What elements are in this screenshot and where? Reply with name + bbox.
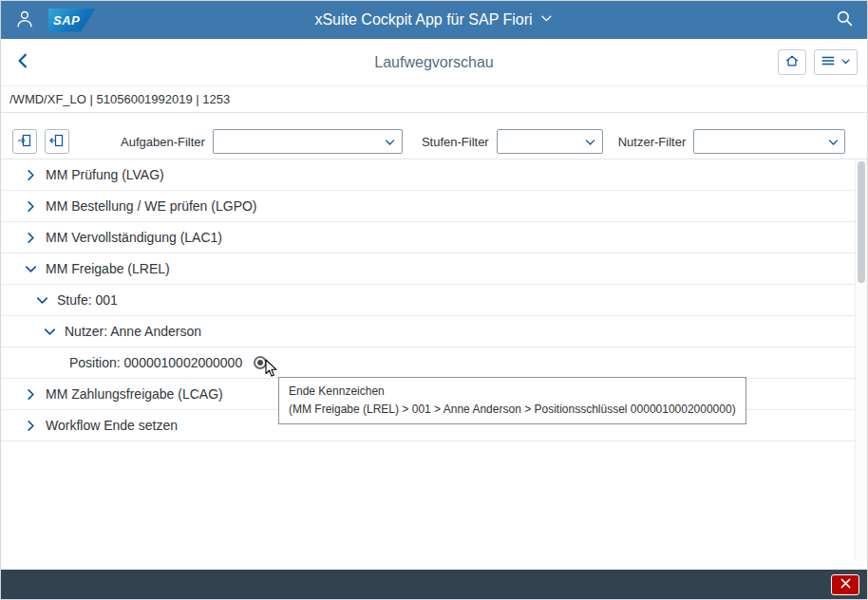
app-title: xSuite Cockpit App für SAP Fiori (314, 11, 532, 28)
home-button[interactable] (778, 49, 806, 75)
chevron-right-icon[interactable] (24, 168, 38, 182)
sap-logo-text: SAP (53, 13, 80, 28)
tooltip: Ende Kennzeichen (MM Freigabe (LREL) > 0… (278, 377, 746, 424)
aufgaben-filter-label: Aufgaben-Filter (121, 135, 205, 149)
vertical-scrollbar[interactable] (855, 159, 867, 561)
tree-item-label: MM Zahlungsfreigabe (LCAG) (46, 386, 223, 402)
tree-item-mm-pruefung[interactable]: MM Prüfung (LVAG) (1, 159, 867, 191)
chevron-down-icon[interactable] (35, 293, 49, 308)
chevron-down-icon[interactable] (43, 325, 57, 339)
nutzer-filter-combobox[interactable] (693, 129, 845, 154)
page-title: Laufwegvorschau (374, 54, 493, 71)
nutzer-filter-input[interactable] (694, 135, 821, 149)
tree-item-label: MM Bestellung / WE prüfen (LGPO) (46, 198, 257, 214)
close-icon (840, 577, 851, 591)
chevron-left-icon (14, 52, 31, 72)
search-button[interactable] (836, 9, 854, 30)
home-icon (784, 53, 800, 71)
radio-dot (257, 360, 263, 366)
overflow-menu-button[interactable] (814, 49, 858, 75)
stufen-filter-combobox[interactable] (497, 129, 603, 154)
stufen-filter-input[interactable] (498, 135, 579, 149)
tree-item-stufe-001[interactable]: Stufe: 001 (1, 285, 867, 316)
tree-item-mm-vervollstaendigung[interactable]: MM Vervollständigung (LAC1) (1, 222, 867, 253)
app-window: SAP xSuite Cockpit App für SAP Fiori Lau… (0, 0, 868, 600)
collapse-all-icon (49, 133, 65, 151)
chevron-down-icon (840, 55, 851, 69)
hamburger-menu-icon (821, 53, 836, 71)
tooltip-title: Ende Kennzeichen (289, 383, 736, 401)
chevron-right-icon[interactable] (24, 231, 38, 245)
chevron-right-icon[interactable] (24, 199, 38, 214)
chevron-right-icon[interactable] (24, 387, 38, 402)
footer-bar (1, 570, 867, 599)
page-header: Laufwegvorschau (1, 39, 867, 86)
close-button[interactable] (831, 574, 859, 595)
sap-logo[interactable]: SAP (48, 9, 96, 32)
scrollbar-thumb[interactable] (858, 161, 865, 283)
collapse-all-button[interactable] (45, 129, 69, 154)
aufgaben-filter-input[interactable] (214, 135, 379, 149)
tree-item-mm-bestellung[interactable]: MM Bestellung / WE prüfen (LGPO) (1, 191, 867, 222)
tree-item-nutzer-anne-anderson[interactable]: Nutzer: Anne Anderson (1, 316, 867, 347)
nutzer-filter-label: Nutzer-Filter (618, 135, 687, 149)
tree-item-label: MM Vervollständigung (LAC1) (46, 230, 222, 245)
shell-header: SAP xSuite Cockpit App für SAP Fiori (1, 1, 867, 39)
workflow-tree: MM Prüfung (LVAG) MM Bestellung / WE prü… (1, 159, 867, 571)
filter-toolbar: Aufgaben-Filter Stufen-Filter Nutzer-Fil… (1, 124, 867, 159)
expand-all-icon (17, 133, 32, 151)
expand-all-button[interactable] (12, 129, 37, 154)
tree-item-mm-freigabe[interactable]: MM Freigabe (LREL) (1, 253, 867, 285)
tooltip-detail: (MM Freigabe (LREL) > 001 > Anne Anderso… (289, 401, 736, 419)
chevron-down-icon[interactable] (24, 262, 38, 276)
tree-item-label: Position: 0000010002000000 (69, 355, 242, 370)
chevron-right-icon[interactable] (24, 419, 38, 433)
stufen-filter-label: Stufen-Filter (422, 135, 489, 149)
back-button[interactable] (10, 48, 35, 76)
aufgaben-filter-combobox[interactable] (213, 129, 403, 154)
tree-item-label: Workflow Ende setzen (46, 418, 178, 433)
tree-item-position[interactable]: Position: 0000010002000000 (1, 347, 867, 379)
user-profile-button[interactable] (14, 9, 35, 32)
tree-item-label: Nutzer: Anne Anderson (65, 324, 201, 339)
ende-kennzeichen-radio[interactable] (254, 356, 267, 369)
tree-item-label: MM Prüfung (LVAG) (46, 167, 164, 182)
person-icon (14, 9, 35, 32)
shell-title-menu[interactable]: xSuite Cockpit App für SAP Fiori (314, 1, 553, 39)
chevron-down-icon (540, 11, 554, 28)
chevron-down-icon[interactable] (379, 130, 402, 153)
search-icon (836, 9, 854, 30)
chevron-down-icon[interactable] (821, 130, 844, 153)
tree-item-label: Stufe: 001 (57, 292, 118, 308)
chevron-down-icon[interactable] (579, 130, 602, 153)
document-key: /WMD/XF_LO | 51056001992019 | 1253 (1, 86, 867, 113)
tree-item-label: MM Freigabe (LREL) (46, 261, 170, 276)
